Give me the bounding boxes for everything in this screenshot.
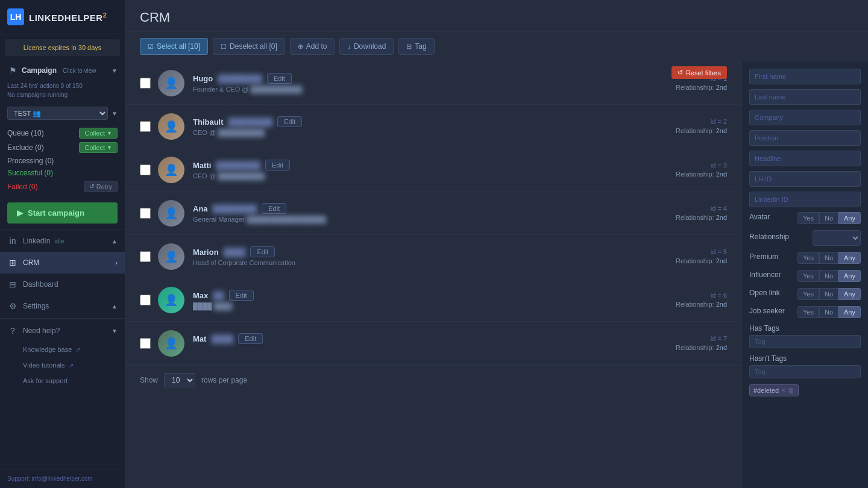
contact-name-4: Ana	[193, 204, 208, 213]
support-footer: Support: info@linkedhelper.com	[0, 469, 125, 488]
license-box: License expires in 30 days	[5, 39, 120, 56]
hasnt-tags-input[interactable]	[749, 365, 861, 378]
linkedin-icon: in	[7, 236, 18, 246]
avatar-btn-group: Yes No Any	[797, 212, 861, 224]
nav-linkedin[interactable]: in LinkedIn idle ▲	[0, 230, 125, 252]
influencer-no-btn[interactable]: No	[819, 270, 838, 282]
contact-name-5: Marion	[193, 248, 219, 257]
linkedin-id-filter[interactable]	[749, 192, 861, 207]
retry-btn[interactable]: ↺ Retry	[84, 181, 118, 192]
openlink-no-btn[interactable]: No	[819, 288, 838, 300]
nav-need-help[interactable]: ? Need help? ▼	[0, 320, 125, 342]
contact-checkbox-7[interactable]	[140, 338, 151, 349]
contact-name-6: Max	[193, 291, 208, 300]
nav-dashboard[interactable]: ⊟ Dashboard	[0, 274, 125, 295]
contact-name-blurred-6: ██	[213, 291, 224, 300]
deleted-tag-chip: #deleted × 🗑	[749, 384, 799, 396]
lh-id-filter[interactable]	[749, 171, 861, 187]
last-name-filter[interactable]	[749, 89, 861, 105]
headline-filter[interactable]	[749, 151, 861, 166]
trash-icon[interactable]: 🗑	[788, 387, 794, 394]
contact-checkbox-5[interactable]	[140, 251, 151, 262]
contact-edit-btn-6[interactable]: Edit	[229, 290, 254, 301]
jobseeker-yes-btn[interactable]: Yes	[797, 306, 819, 318]
premium-any-btn[interactable]: Any	[838, 252, 861, 264]
has-tags-input[interactable]	[749, 335, 861, 348]
add-to-btn[interactable]: ⊕ Add to	[290, 38, 335, 55]
exclude-collect-btn[interactable]: Collect ▼	[79, 142, 118, 153]
reset-filters-btn[interactable]: ↺ Reset filters	[671, 66, 727, 79]
table-row: 👤 Hugo ████████ Edit Founder & CEO @ ███…	[125, 61, 741, 105]
contact-checkbox-1[interactable]	[140, 78, 151, 89]
openlink-any-btn[interactable]: Any	[838, 288, 861, 300]
ask-support-link[interactable]: Ask for support	[23, 373, 125, 389]
contact-name-7: Mat	[193, 334, 206, 343]
play-icon: ▶	[17, 208, 23, 217]
contact-name-3: Matti	[193, 161, 211, 170]
table-area: ↺ Reset filters 👤 Hugo ████████ Edit Fou…	[125, 61, 741, 488]
premium-no-btn[interactable]: No	[819, 252, 838, 264]
select-all-btn[interactable]: ☑ Select all [10]	[140, 38, 208, 55]
queue-collect-btn[interactable]: Collect ▼	[79, 128, 118, 139]
contact-edit-btn-3[interactable]: Edit	[265, 160, 290, 170]
relationship-select[interactable]	[813, 230, 861, 246]
contacts-list: 👤 Hugo ████████ Edit Founder & CEO @ ███…	[125, 61, 741, 365]
campaign-info: Last 24 hrs' actions 0 of 150 No campaig…	[0, 80, 125, 104]
contact-edit-btn-4[interactable]: Edit	[262, 203, 286, 214]
contact-info-4: Ana ████████ Edit General Manager ██████…	[193, 203, 655, 223]
contact-title-3: CEO @ ██████████	[193, 172, 655, 180]
avatar-no-btn[interactable]: No	[819, 212, 838, 224]
queue-section: Queue (10) Collect ▼ Exclude (0) Collect…	[0, 124, 125, 196]
download-btn[interactable]: ↓ Download	[339, 38, 394, 55]
table-row: 👤 Marion ████ Edit Head of Corporate Com…	[125, 235, 741, 278]
nav-settings[interactable]: ⚙ Settings ▲	[0, 295, 125, 317]
contact-title-1: Founder & CEO @ ███████████	[193, 86, 655, 93]
contact-avatar-4: 👤	[158, 200, 184, 227]
contact-title-2: CEO @ ██████████	[193, 129, 655, 136]
company-filter[interactable]	[749, 110, 861, 125]
avatar-yes-btn[interactable]: Yes	[797, 212, 819, 224]
nav-crm[interactable]: ⊞ CRM ›	[0, 252, 125, 274]
logo-text: LINKEDHELPER2	[29, 11, 107, 23]
contact-checkbox-4[interactable]	[140, 208, 151, 219]
relationship-filter-row: Relationship	[749, 230, 861, 246]
contact-checkbox-3[interactable]	[140, 164, 151, 175]
jobseeker-no-btn[interactable]: No	[819, 306, 838, 318]
delete-tag-btn[interactable]: ×	[781, 386, 785, 395]
tag-btn[interactable]: ⊟ Tag	[398, 38, 434, 55]
campaign-icon: ⚑	[7, 66, 18, 75]
contact-edit-btn-7[interactable]: Edit	[238, 333, 263, 344]
campaign-header[interactable]: ⚑ Campaign Click to view ▼	[0, 61, 125, 80]
premium-yes-btn[interactable]: Yes	[797, 252, 819, 264]
has-tags-filter-row: Has Tags	[749, 324, 861, 348]
download-icon: ↓	[347, 43, 351, 50]
logo-icon: LH	[7, 8, 24, 25]
deselect-all-btn[interactable]: ☐ Deselect all [0]	[213, 38, 285, 55]
jobseeker-any-btn[interactable]: Any	[838, 306, 861, 318]
contact-edit-btn-1[interactable]: Edit	[267, 73, 292, 84]
campaign-dropdown-chevron: ▼	[112, 110, 118, 117]
campaign-dropdown[interactable]: TEST 👥	[7, 107, 108, 120]
influencer-any-btn[interactable]: Any	[838, 270, 861, 282]
openlink-yes-btn[interactable]: Yes	[797, 288, 819, 300]
contact-edit-btn-5[interactable]: Edit	[250, 246, 275, 257]
start-campaign-btn[interactable]: ▶ Start campaign	[7, 202, 118, 224]
avatar-any-btn[interactable]: Any	[838, 212, 861, 224]
position-filter[interactable]	[749, 130, 861, 146]
knowledge-base-link[interactable]: Knowledge base ↗	[23, 342, 125, 357]
contact-name-blurred-5: ████	[224, 248, 246, 257]
filter-panel: Avatar Yes No Any Relationship	[741, 61, 868, 488]
premium-filter-row: Premium Yes No Any	[749, 252, 861, 264]
contact-edit-btn-2[interactable]: Edit	[277, 116, 302, 127]
divider	[0, 318, 125, 319]
video-tutorials-link[interactable]: Video tutorials ↗	[23, 357, 125, 373]
settings-icon: ⚙	[7, 301, 18, 311]
contact-name-blurred-4: ████████	[213, 204, 257, 213]
first-name-filter[interactable]	[749, 69, 861, 84]
contact-name-1: Hugo	[193, 74, 213, 83]
contact-checkbox-6[interactable]	[140, 295, 151, 305]
contact-checkbox-2[interactable]	[140, 121, 151, 132]
influencer-yes-btn[interactable]: Yes	[797, 270, 819, 282]
exclude-arrow: ▼	[107, 145, 112, 151]
rows-per-page-select[interactable]: 10 25 50	[164, 373, 195, 387]
